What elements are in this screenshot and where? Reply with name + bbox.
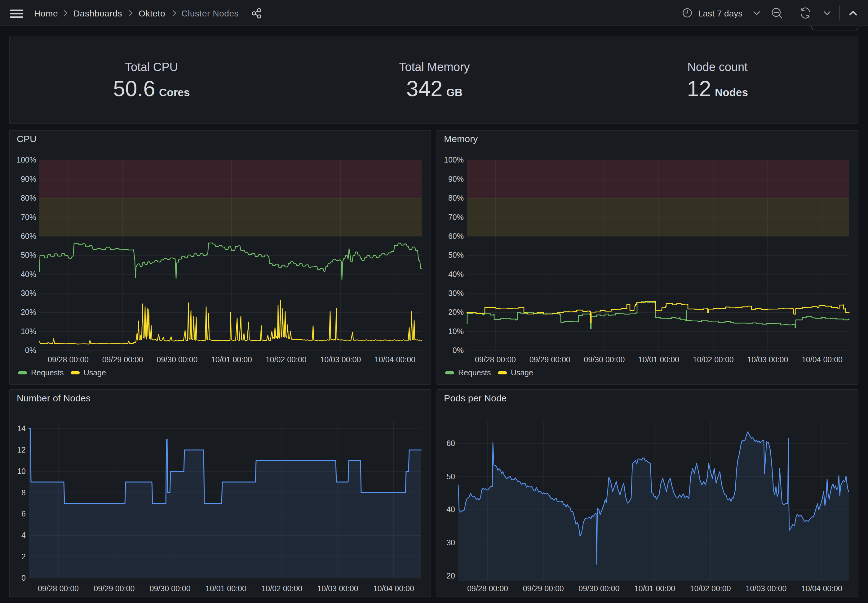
- svg-text:40: 40: [446, 505, 455, 514]
- svg-text:90%: 90%: [21, 175, 36, 183]
- svg-text:Okteto: Okteto: [139, 9, 165, 18]
- svg-text:10/02 00:00: 10/02 00:00: [266, 355, 307, 364]
- svg-text:10/02 00:00: 10/02 00:00: [690, 584, 731, 593]
- svg-text:10%: 10%: [21, 327, 36, 336]
- svg-text:09/28 00:00: 09/28 00:00: [467, 584, 508, 593]
- svg-text:10/02 00:00: 10/02 00:00: [261, 584, 302, 593]
- svg-text:100%: 100%: [444, 155, 464, 164]
- svg-text:10/03 00:00: 10/03 00:00: [746, 584, 786, 593]
- svg-text:10/04 00:00: 10/04 00:00: [802, 355, 843, 364]
- svg-text:10/01 00:00: 10/01 00:00: [634, 584, 675, 593]
- svg-text:09/30 00:00: 09/30 00:00: [157, 355, 197, 364]
- svg-text:Home: Home: [34, 9, 58, 18]
- svg-text:4: 4: [22, 531, 26, 540]
- svg-text:0%: 0%: [25, 346, 36, 354]
- svg-text:10/01 00:00: 10/01 00:00: [205, 584, 247, 593]
- svg-text:10: 10: [17, 467, 26, 476]
- svg-text:70%: 70%: [21, 213, 36, 221]
- svg-text:40%: 40%: [21, 270, 36, 278]
- svg-text:10/03 00:00: 10/03 00:00: [320, 355, 361, 364]
- svg-text:20: 20: [446, 571, 455, 580]
- svg-text:80%: 80%: [21, 193, 36, 202]
- svg-text:40%: 40%: [448, 270, 464, 278]
- svg-text:10/02 00:00: 10/02 00:00: [693, 355, 734, 364]
- svg-text:30: 30: [446, 538, 455, 547]
- svg-text:30%: 30%: [21, 289, 36, 297]
- svg-text:60%: 60%: [21, 232, 36, 240]
- svg-text:10/01 00:00: 10/01 00:00: [211, 355, 252, 364]
- svg-text:09/29 00:00: 09/29 00:00: [529, 355, 570, 364]
- svg-text:2: 2: [22, 552, 26, 561]
- svg-text:10/04 00:00: 10/04 00:00: [373, 584, 414, 593]
- svg-text:14: 14: [17, 424, 26, 433]
- svg-text:50%: 50%: [448, 250, 464, 259]
- svg-text:0: 0: [22, 574, 26, 582]
- svg-text:60: 60: [446, 439, 455, 448]
- svg-text:8: 8: [22, 488, 26, 497]
- svg-text:Last 7 days: Last 7 days: [698, 9, 742, 18]
- svg-text:50: 50: [446, 472, 455, 481]
- svg-text:10/01 00:00: 10/01 00:00: [638, 355, 679, 364]
- svg-text:09/28 00:00: 09/28 00:00: [38, 584, 79, 593]
- svg-text:0%: 0%: [453, 346, 464, 354]
- svg-text:09/28 00:00: 09/28 00:00: [48, 355, 89, 364]
- svg-text:09/29 00:00: 09/29 00:00: [523, 584, 564, 593]
- svg-text:90%: 90%: [448, 175, 464, 183]
- svg-text:09/29 00:00: 09/29 00:00: [102, 355, 143, 364]
- svg-text:09/30 00:00: 09/30 00:00: [578, 584, 620, 593]
- svg-text:100%: 100%: [17, 155, 36, 164]
- svg-text:20%: 20%: [448, 308, 464, 316]
- svg-text:Cluster Nodes: Cluster Nodes: [181, 9, 239, 18]
- svg-text:09/30 00:00: 09/30 00:00: [150, 584, 191, 593]
- svg-text:10/03 00:00: 10/03 00:00: [317, 584, 358, 593]
- svg-text:09/28 00:00: 09/28 00:00: [475, 355, 516, 364]
- svg-text:09/29 00:00: 09/29 00:00: [94, 584, 134, 593]
- svg-text:10%: 10%: [448, 327, 464, 336]
- svg-text:10/04 00:00: 10/04 00:00: [375, 355, 415, 364]
- svg-text:6: 6: [22, 509, 26, 518]
- svg-text:50%: 50%: [21, 250, 36, 259]
- svg-text:30%: 30%: [448, 289, 464, 297]
- svg-text:09/30 00:00: 09/30 00:00: [584, 355, 624, 364]
- svg-text:20%: 20%: [21, 308, 36, 316]
- svg-text:70%: 70%: [448, 213, 464, 221]
- svg-text:Dashboards: Dashboards: [74, 9, 122, 18]
- svg-text:10/03 00:00: 10/03 00:00: [747, 355, 788, 364]
- svg-text:10/04 00:00: 10/04 00:00: [801, 584, 842, 593]
- svg-text:80%: 80%: [448, 193, 464, 202]
- svg-text:12: 12: [17, 445, 26, 454]
- svg-text:60%: 60%: [448, 232, 464, 240]
